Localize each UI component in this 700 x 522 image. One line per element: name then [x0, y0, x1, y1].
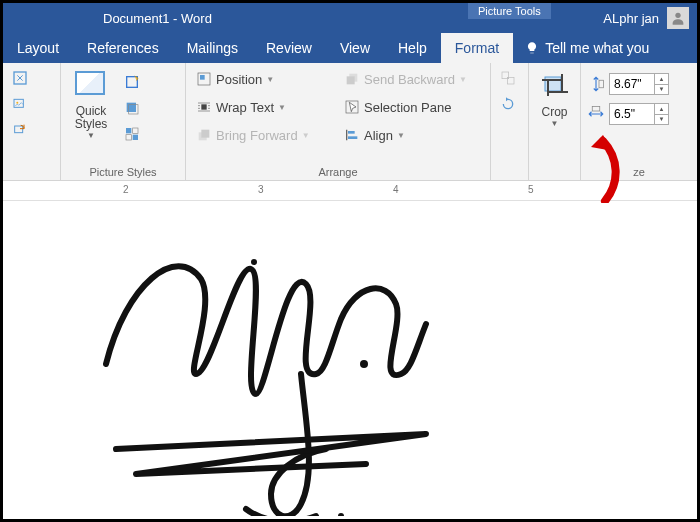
layout-icon [124, 126, 140, 142]
compress-icon [12, 70, 28, 86]
width-up[interactable]: ▲ [655, 104, 668, 115]
align-icon [344, 127, 360, 143]
height-down[interactable]: ▼ [655, 85, 668, 95]
selection-pane-label: Selection Pane [364, 100, 451, 115]
height-row: 8.67" ▲▼ [587, 73, 669, 95]
svg-rect-21 [348, 136, 357, 139]
svg-rect-8 [126, 128, 131, 133]
ruler-mark-5: 5 [528, 184, 534, 195]
crop-button[interactable]: Crop ▼ [535, 67, 574, 128]
svg-rect-11 [133, 135, 138, 140]
horizontal-ruler[interactable]: 2 3 4 5 [3, 181, 697, 201]
ribbon-tabs: Layout References Mailings Review View H… [3, 33, 697, 63]
group-arrange: Position▼ Wrap Text▼ Bring Forward▼ Send… [186, 63, 491, 180]
picture-border-button[interactable] [121, 71, 143, 93]
change-picture-button[interactable] [9, 93, 31, 115]
tab-mailings[interactable]: Mailings [173, 33, 252, 63]
svg-rect-10 [126, 135, 131, 140]
svg-rect-14 [201, 104, 206, 109]
svg-point-27 [338, 513, 344, 516]
lightbulb-icon [525, 41, 539, 55]
height-icon [587, 75, 605, 93]
send-backward-button[interactable]: Send Backward▼ [340, 67, 480, 91]
ruler-mark-4: 4 [393, 184, 399, 195]
height-value: 8.67" [614, 77, 642, 91]
width-down[interactable]: ▼ [655, 115, 668, 125]
width-row: 6.5" ▲▼ [587, 103, 669, 125]
tab-layout[interactable]: Layout [3, 33, 73, 63]
group-adjust-label [9, 164, 54, 178]
tab-format[interactable]: Format [441, 33, 513, 63]
svg-rect-20 [348, 131, 355, 134]
effects-icon [124, 100, 140, 116]
rotate-button[interactable] [497, 93, 519, 115]
svg-rect-6 [127, 103, 136, 112]
svg-rect-16 [201, 130, 209, 138]
quick-styles-button[interactable]: Quick Styles ▼ [67, 67, 115, 140]
chevron-down-icon: ▼ [87, 131, 95, 140]
picture-layout-button[interactable] [121, 123, 143, 145]
group-crop: Crop ▼ [529, 63, 581, 180]
picture-tools-label: Picture Tools [468, 3, 551, 19]
ruler-mark-3: 3 [258, 184, 264, 195]
wrap-text-button[interactable]: Wrap Text▼ [192, 95, 322, 119]
send-backward-label: Send Backward [364, 72, 455, 87]
document-canvas[interactable] [6, 204, 694, 516]
bring-forward-label: Bring Forward [216, 128, 298, 143]
position-button[interactable]: Position▼ [192, 67, 322, 91]
group-picture-styles: Quick Styles ▼ Picture Styles [61, 63, 186, 180]
svg-rect-18 [347, 76, 355, 84]
chevron-down-icon: ▼ [551, 119, 559, 128]
corrections-button[interactable] [9, 67, 31, 89]
bring-forward-button[interactable]: Bring Forward▼ [192, 123, 322, 147]
group-objects-button[interactable] [497, 67, 519, 89]
tab-references[interactable]: References [73, 33, 173, 63]
group-arrange-extra [491, 63, 529, 180]
width-input[interactable]: 6.5" ▲▼ [609, 103, 669, 125]
svg-rect-26 [592, 107, 600, 112]
picture-effects-button[interactable] [121, 97, 143, 119]
svg-rect-25 [599, 80, 604, 88]
group-adjust [3, 63, 61, 180]
height-input[interactable]: 8.67" ▲▼ [609, 73, 669, 95]
selection-pane-button[interactable]: Selection Pane [340, 95, 480, 119]
svg-point-29 [251, 259, 257, 265]
selection-pane-icon [344, 99, 360, 115]
svg-point-28 [360, 360, 368, 368]
wrap-text-icon [196, 99, 212, 115]
signature-picture[interactable] [66, 224, 506, 516]
group-icon [500, 70, 516, 86]
reset-picture-button[interactable] [9, 119, 31, 141]
picture-styles-label: Picture Styles [67, 164, 179, 178]
change-picture-icon [12, 96, 28, 112]
width-value: 6.5" [614, 107, 635, 121]
svg-rect-13 [200, 75, 205, 80]
svg-point-0 [675, 13, 680, 18]
user-area: ALphr jan [603, 7, 689, 29]
contextual-tab-header: Picture Tools [468, 3, 551, 19]
align-label: Align [364, 128, 393, 143]
svg-rect-9 [133, 128, 138, 133]
size-label: ze [587, 164, 691, 178]
user-avatar[interactable] [667, 7, 689, 29]
height-up[interactable]: ▲ [655, 74, 668, 85]
arrange-label: Arrange [192, 164, 484, 178]
position-label: Position [216, 72, 262, 87]
align-button[interactable]: Align▼ [340, 123, 480, 147]
tell-me-search[interactable]: Tell me what you [513, 33, 649, 63]
tab-view[interactable]: View [326, 33, 384, 63]
border-icon [124, 74, 140, 90]
tab-review[interactable]: Review [252, 33, 326, 63]
reset-icon [12, 122, 28, 138]
svg-point-3 [16, 102, 18, 104]
svg-rect-4 [15, 126, 23, 133]
group-size: 8.67" ▲▼ 6.5" ▲▼ ze [581, 63, 697, 180]
position-icon [196, 71, 212, 87]
width-icon [587, 105, 605, 123]
tab-help[interactable]: Help [384, 33, 441, 63]
tell-me-label: Tell me what you [545, 40, 649, 56]
send-backward-icon [344, 71, 360, 87]
ruler-mark-2: 2 [123, 184, 129, 195]
bring-forward-icon [196, 127, 212, 143]
quick-styles-icon [75, 71, 107, 103]
